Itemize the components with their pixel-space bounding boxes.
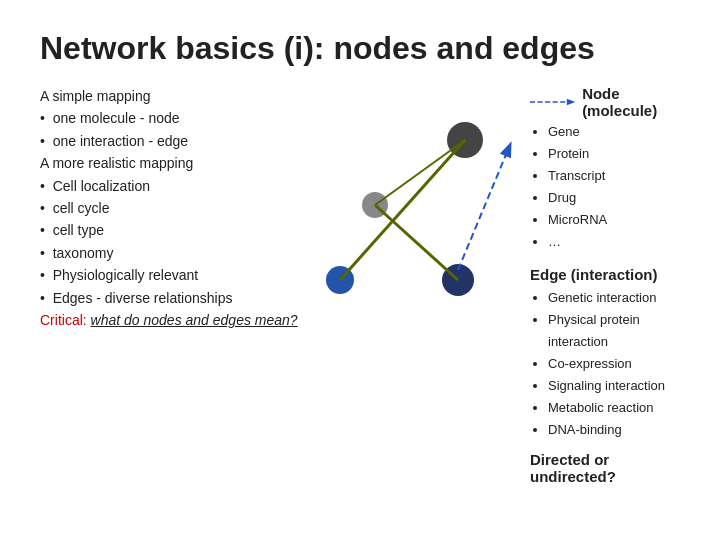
critical-line: Critical: what do nodes and edges mean? <box>40 309 310 331</box>
network-diagram <box>310 85 520 385</box>
node-dashed-arrow-icon <box>530 95 576 109</box>
edge-left-to-top <box>340 140 465 280</box>
edge-list: Genetic interaction Physical protein int… <box>530 287 680 442</box>
node-item-drug: Drug <box>548 187 680 209</box>
critical-question: what do nodes and edges mean? <box>91 312 298 328</box>
node-item-transcript: Transcript <box>548 165 680 187</box>
right-column: Node (molecule) Gene Protein Transcript … <box>520 85 680 485</box>
node-item-ellipsis: … <box>548 231 680 253</box>
bullet-cell-cycle: • cell cycle <box>40 197 310 219</box>
node-item-microrna: MicroRNA <box>548 209 680 231</box>
node-item-protein: Protein <box>548 143 680 165</box>
edge-item-physical: Physical protein interaction <box>548 309 680 353</box>
node-list: Gene Protein Transcript Drug MicroRNA … <box>530 121 680 254</box>
edge-item-genetic: Genetic interaction <box>548 287 680 309</box>
bullet-taxonomy: • taxonomy <box>40 242 310 264</box>
simple-mapping-label: A simple mapping <box>40 85 310 107</box>
directed-label: Directed or undirected? <box>530 451 680 485</box>
slide: Network basics (i): nodes and edges A si… <box>0 0 720 540</box>
edge-item-dna: DNA-binding <box>548 419 680 441</box>
critical-word: Critical: <box>40 312 91 328</box>
node-section-title: Node (molecule) <box>582 85 680 119</box>
network-svg <box>310 85 520 385</box>
content-area: A simple mapping • one molecule - node •… <box>40 85 680 485</box>
bullet-cell-localization: • Cell localization <box>40 175 310 197</box>
bullet-one-interaction: • one interaction - edge <box>40 130 310 152</box>
edge-item-coexpression: Co-expression <box>548 353 680 375</box>
edge-section-title: Edge (interaction) <box>530 266 680 283</box>
svg-marker-1 <box>567 99 575 106</box>
left-column: A simple mapping • one molecule - node •… <box>40 85 310 485</box>
bullet-cell-type: • cell type <box>40 219 310 241</box>
bullet-physiologically: • Physiologically relevant <box>40 264 310 286</box>
more-mapping-label: A more realistic mapping <box>40 152 310 174</box>
slide-title: Network basics (i): nodes and edges <box>40 30 680 67</box>
bullet-edges-diverse: • Edges - diverse relationships <box>40 287 310 309</box>
edge-mid-to-top <box>375 140 465 205</box>
edge-mid-to-bottom <box>375 205 458 280</box>
edge-item-metabolic: Metabolic reaction <box>548 397 680 419</box>
node-item-gene: Gene <box>548 121 680 143</box>
bullet-one-molecule: • one molecule - node <box>40 107 310 129</box>
edge-item-signaling: Signaling interaction <box>548 375 680 397</box>
edge-arrow-node <box>458 145 510 270</box>
